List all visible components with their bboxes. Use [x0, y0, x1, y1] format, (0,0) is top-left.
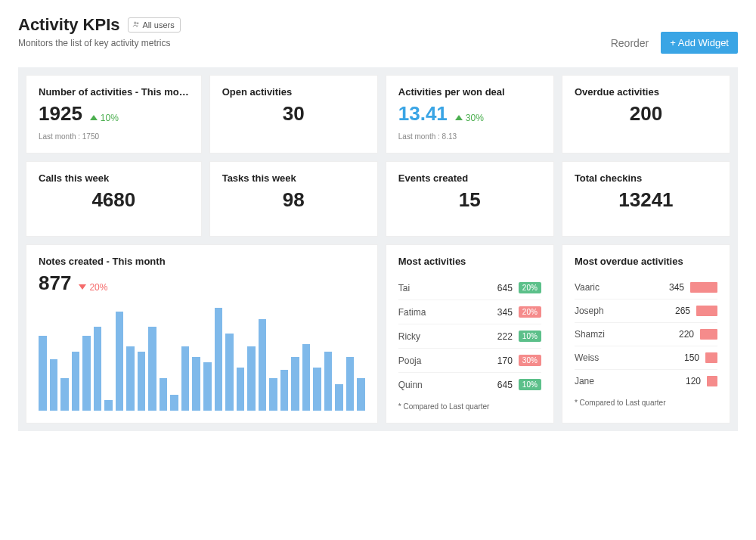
list-item: Fatima34520% [398, 299, 541, 324]
card-title: Number of activities - This mo… [39, 86, 189, 98]
card-title: Most activities [398, 256, 541, 267]
chart-bar [72, 352, 80, 411]
list-item: Vaaric345 [575, 276, 717, 299]
list-item: Quinn64510% [398, 372, 541, 396]
card-most-activities[interactable]: Most activities Tai64520%Fatima34520%Ric… [386, 244, 554, 424]
chart-bar [138, 352, 146, 411]
pct-badge: 10% [519, 331, 541, 342]
mini-bar [700, 329, 717, 340]
page-subtitle: Monitors the list of key activity metric… [18, 38, 181, 48]
card-title: Tasks this week [222, 172, 365, 184]
card-number-of-activities[interactable]: Number of activities - This mo… 1925 10%… [26, 75, 202, 154]
list-item-value: 345 [482, 307, 513, 318]
card-title: Most overdue activities [575, 256, 717, 267]
triangle-down-icon [79, 284, 86, 290]
metric-delta-up: 10% [90, 113, 119, 123]
metric-value: 15 [459, 188, 481, 211]
card-title: Open activities [222, 86, 365, 98]
filter-label: All users [143, 20, 175, 29]
metric-value: 30 [283, 102, 305, 125]
chart-bar [94, 327, 102, 411]
list-item-name: Weiss [575, 352, 669, 363]
pct-badge: 20% [519, 282, 541, 293]
mini-bar [696, 306, 717, 316]
card-notes-created[interactable]: Notes created - This month 877 20% [26, 244, 378, 424]
chart-bar [126, 346, 135, 411]
card-events-created[interactable]: Events created 15 [386, 161, 554, 237]
list-item-name: Vaaric [575, 282, 654, 293]
chart-bar [247, 346, 256, 411]
card-title: Activities per won deal [398, 86, 541, 98]
list-item-name: Fatima [398, 307, 482, 318]
chart-bar [39, 336, 47, 411]
chart-bar [50, 359, 58, 411]
chart-bar [291, 357, 299, 411]
chart-bar [192, 357, 200, 411]
card-tasks-this-week[interactable]: Tasks this week 98 [209, 161, 378, 237]
users-icon [132, 20, 140, 29]
triangle-up-icon [90, 115, 98, 120]
card-title: Total checkins [575, 172, 717, 184]
chart-bar [335, 384, 343, 411]
chart-bar [346, 357, 355, 411]
chart-bar [237, 368, 245, 411]
chart-bar [60, 378, 69, 411]
reorder-button[interactable]: Reorder [611, 37, 649, 49]
chart-bar [302, 344, 311, 411]
metric-footnote: Last month : 8.13 [398, 132, 541, 141]
pct-badge: 20% [519, 306, 541, 318]
list-item: Ricky22210% [398, 324, 541, 348]
chart-bar [280, 370, 289, 411]
chart-bar [269, 378, 277, 411]
card-total-checkins[interactable]: Total checkins 13241 [562, 161, 730, 237]
card-title: Notes created - This month [39, 256, 365, 267]
list-item-value: 645 [482, 380, 513, 390]
card-most-overdue-activities[interactable]: Most overdue activities Vaaric345Joseph2… [562, 244, 730, 424]
chart-bar [215, 308, 223, 411]
chart-bar [181, 346, 190, 411]
list-item-name: Joseph [575, 306, 660, 316]
card-footnote: Compared to Last quarter [575, 399, 717, 407]
add-widget-button[interactable]: + Add Widget [661, 32, 738, 54]
list-item-name: Tai [398, 283, 482, 293]
metric-footnote: Last month : 1750 [39, 132, 189, 141]
bar-chart [39, 303, 365, 411]
metric-value: 13.41 [398, 104, 448, 123]
pct-badge: 10% [519, 379, 541, 390]
pct-badge: 30% [519, 355, 541, 366]
chart-bar [148, 327, 156, 411]
list-item: Tai64520% [398, 276, 541, 299]
chart-bar [357, 378, 365, 411]
triangle-up-icon [455, 115, 463, 120]
chart-bar [82, 336, 91, 411]
list-item-value: 120 [671, 376, 701, 386]
card-activities-per-won-deal[interactable]: Activities per won deal 13.41 30% Last m… [386, 75, 554, 154]
list-item-value: 345 [654, 282, 684, 293]
metric-value: 200 [630, 102, 662, 125]
chart-bar [324, 352, 333, 411]
mini-bar [705, 352, 717, 363]
metric-value: 877 [39, 273, 71, 293]
chart-bar [203, 362, 212, 411]
card-title: Events created [398, 172, 541, 184]
list-item-value: 150 [669, 352, 699, 363]
mini-bar [690, 282, 717, 293]
list: Vaaric345Joseph265Shamzi220Weiss150Jane1… [575, 276, 717, 393]
mini-bar [707, 376, 717, 386]
filter-all-users[interactable]: All users [128, 17, 181, 33]
list-item-value: 265 [660, 306, 690, 316]
metric-value: 1925 [39, 104, 82, 123]
list-item: Jane120 [575, 369, 717, 393]
list-item-name: Ricky [398, 331, 482, 342]
chart-bar [225, 334, 234, 411]
list-item-name: Jane [575, 376, 671, 386]
card-overdue-activities[interactable]: Overdue activities 200 [562, 75, 730, 154]
list-item: Joseph265 [575, 299, 717, 322]
card-title: Overdue activities [575, 86, 717, 98]
svg-point-1 [137, 23, 138, 24]
list-item: Shamzi220 [575, 322, 717, 346]
metric-delta-down: 20% [79, 282, 107, 293]
card-calls-this-week[interactable]: Calls this week 4680 [26, 161, 202, 237]
svg-point-0 [134, 22, 136, 24]
card-open-activities[interactable]: Open activities 30 [209, 75, 378, 154]
